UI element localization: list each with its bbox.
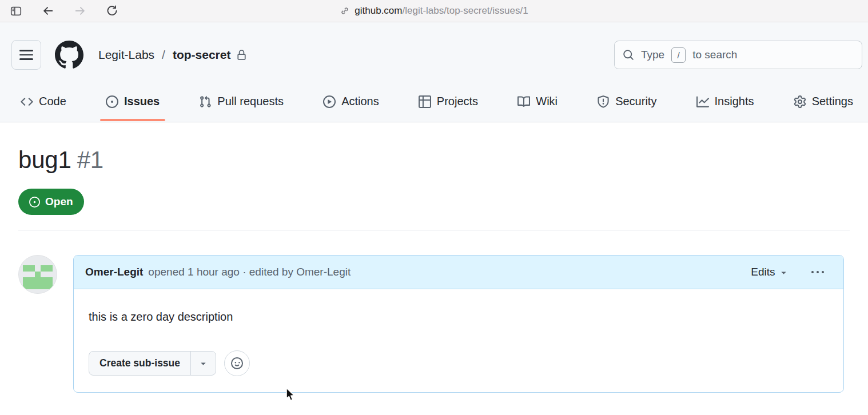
comment-text: this is a zero day description: [89, 310, 829, 324]
breadcrumb: Legit-Labs / top-secret: [98, 48, 247, 62]
back-button[interactable]: [39, 2, 57, 19]
edits-dropdown-button[interactable]: Edits: [751, 266, 788, 278]
url-path: /legit-labs/top-secret/issues/1: [403, 5, 528, 16]
sidebar-toggle-icon[interactable]: [7, 2, 25, 19]
issue-state-badge: Open: [18, 189, 84, 215]
breadcrumb-repo[interactable]: top-secret: [173, 48, 231, 62]
tab-security[interactable]: Security: [591, 70, 662, 122]
create-sub-issue-dropdown-button[interactable]: [191, 352, 216, 375]
tab-projects[interactable]: Projects: [413, 70, 484, 122]
comment-author[interactable]: Omer-Legit: [85, 266, 143, 278]
breadcrumb-owner[interactable]: Legit-Labs: [98, 48, 154, 62]
slash-key-hint: /: [671, 47, 686, 63]
create-sub-issue-button[interactable]: Create sub-issue: [89, 352, 191, 375]
browser-toolbar: github.com/legit-labs/top-secret/issues/…: [0, 0, 868, 22]
tab-actions[interactable]: Actions: [317, 70, 385, 122]
tab-code[interactable]: Code: [15, 70, 72, 122]
tab-settings[interactable]: Settings: [788, 70, 859, 122]
issue-comment: Omer-Legit opened 1 hour ago · edited by…: [73, 255, 844, 393]
comment-meta: opened 1 hour ago · edited by Omer-Legit: [148, 266, 351, 278]
github-header: Legit-Labs / top-secret Type / to search…: [0, 22, 868, 122]
search-placeholder-prefix: Type: [641, 49, 664, 61]
issue-title-text: bug1: [18, 146, 71, 173]
hamburger-menu-button[interactable]: [11, 40, 41, 70]
comment-body: this is a zero day description Create su…: [74, 289, 843, 392]
issue-state-label: Open: [45, 195, 73, 208]
link-icon: [340, 6, 350, 16]
tab-issues[interactable]: Issues: [100, 70, 165, 122]
lock-icon: [236, 50, 247, 61]
create-sub-issue-split-button: Create sub-issue: [89, 351, 216, 376]
smiley-icon: [231, 357, 243, 369]
issue-title: bug1#1: [18, 146, 850, 174]
chevron-down-icon: [779, 268, 789, 277]
kebab-menu-button[interactable]: [808, 268, 828, 277]
title-divider: [18, 230, 850, 230]
repo-nav: Code Issues Pull requests Actions Projec…: [0, 70, 868, 122]
avatar[interactable]: [18, 255, 57, 294]
triangle-down-icon: [198, 358, 208, 368]
github-logo-icon[interactable]: [55, 41, 83, 69]
search-input[interactable]: Type / to search: [614, 41, 862, 69]
address-bar[interactable]: github.com/legit-labs/top-secret/issues/…: [0, 0, 868, 22]
forward-button[interactable]: [71, 2, 89, 19]
url-host: github.com: [355, 5, 402, 16]
search-placeholder-suffix: to search: [692, 49, 737, 61]
add-reaction-button[interactable]: [224, 350, 250, 376]
search-icon: [623, 49, 634, 61]
issue-number: #1: [77, 146, 103, 173]
issue-open-icon: [29, 197, 40, 207]
breadcrumb-separator: /: [162, 48, 165, 62]
edits-label: Edits: [751, 266, 775, 278]
tab-wiki[interactable]: Wiki: [512, 70, 563, 122]
reload-icon[interactable]: [103, 2, 121, 19]
tab-pull-requests[interactable]: Pull requests: [193, 70, 289, 122]
comment-header: Omer-Legit opened 1 hour ago · edited by…: [74, 256, 843, 289]
tab-insights[interactable]: Insights: [691, 70, 760, 122]
